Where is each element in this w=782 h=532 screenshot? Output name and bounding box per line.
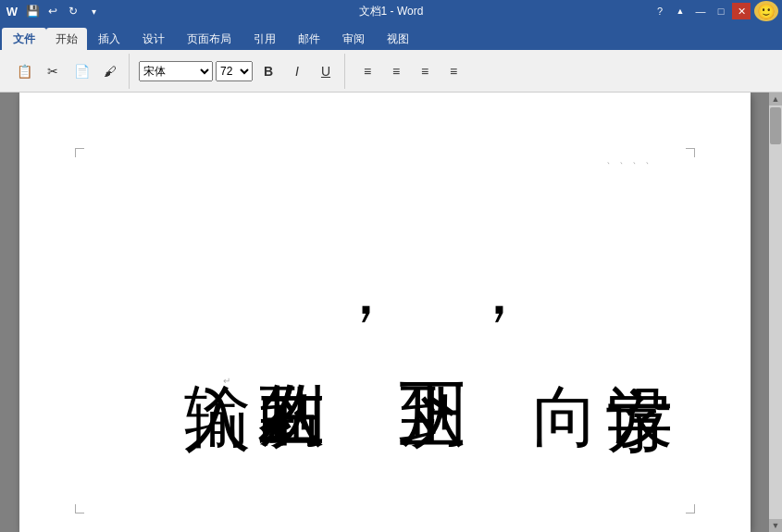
- toolbar-font-group: 宋体 72 B I U: [133, 54, 345, 89]
- tab-start[interactable]: 开始: [46, 28, 87, 50]
- paste-button[interactable]: 📋: [11, 58, 37, 84]
- page[interactable]: 、、、、 ↵ 设字方 向，从上到下， 从右到左的 输入: [19, 93, 751, 532]
- user-avatar[interactable]: 🙂: [754, 1, 778, 21]
- save-icon[interactable]: 💾: [24, 3, 41, 19]
- font-family-select[interactable]: 宋体: [139, 61, 213, 81]
- align-center-button[interactable]: ≡: [383, 58, 409, 84]
- tab-mail[interactable]: 邮件: [287, 28, 331, 50]
- bold-button[interactable]: B: [255, 58, 281, 84]
- titlebar: W 💾 ↩ ↻ ▾ 文档1 - Word ? ▲ — □ ✕ 🙂: [0, 0, 782, 22]
- corner-mark-tr: [686, 148, 695, 157]
- document-area: 、、、、 ↵ 设字方 向，从上到下， 从右到左的 输入 ▲ ▼: [0, 93, 782, 532]
- align-right-button[interactable]: ≡: [412, 58, 438, 84]
- text-column-1: 设字方: [602, 176, 676, 486]
- ribbon-toolbar: 📋 ✂ 📄 🖌 宋体 72 B I U ≡ ≡ ≡ ≡: [0, 50, 782, 93]
- scroll-up-arrow[interactable]: ▲: [769, 93, 782, 105]
- format-painter-button[interactable]: 🖌: [97, 58, 123, 84]
- text-content-area[interactable]: 设字方 向，从上到下， 从右到左的 输入: [19, 167, 695, 495]
- corner-mark-tl: [75, 148, 84, 157]
- word-icon: W: [4, 3, 20, 19]
- toolbar-clipboard-group: 📋 ✂ 📄 🖌: [6, 54, 130, 89]
- copy-button[interactable]: 📄: [68, 58, 94, 84]
- undo-icon[interactable]: ↩: [44, 3, 61, 19]
- tab-layout[interactable]: 页面布局: [176, 28, 242, 50]
- text-column-2: 向，从上到下，: [329, 176, 602, 486]
- redo-icon[interactable]: ↻: [65, 3, 81, 19]
- tab-design[interactable]: 设计: [131, 28, 176, 50]
- scroll-down-arrow[interactable]: ▼: [769, 519, 782, 532]
- helper-dots: 、、、、: [606, 153, 658, 167]
- corner-mark-bl: [75, 504, 84, 513]
- font-size-select[interactable]: 72: [216, 61, 253, 81]
- titlebar-left-icons: W 💾 ↩ ↻ ▾: [4, 3, 102, 19]
- underline-button[interactable]: U: [313, 58, 339, 84]
- tab-insert[interactable]: 插入: [87, 28, 131, 50]
- minimize-button[interactable]: —: [691, 3, 710, 19]
- scrollbar[interactable]: ▲ ▼: [769, 93, 782, 532]
- text-column-4: 输入: [180, 176, 254, 486]
- tab-review[interactable]: 审阅: [331, 28, 376, 50]
- align-left-button[interactable]: ≡: [354, 58, 380, 84]
- titlebar-title: 文档1 - Word: [359, 4, 424, 19]
- text-column-3: 从右到左的: [254, 176, 329, 486]
- vertical-columns: 设字方 向，从上到下， 从右到左的 输入: [180, 176, 676, 486]
- cut-button[interactable]: ✂: [40, 58, 66, 84]
- more-icon[interactable]: ▾: [85, 3, 102, 19]
- justify-button[interactable]: ≡: [441, 58, 466, 84]
- titlebar-controls: ? ▲ — □ ✕ 🙂: [651, 1, 778, 21]
- ribbon-collapse-button[interactable]: ▲: [671, 3, 689, 19]
- corner-mark-br: [686, 504, 695, 513]
- close-button[interactable]: ✕: [732, 3, 751, 19]
- scrollbar-thumb[interactable]: [770, 107, 781, 144]
- tab-references[interactable]: 引用: [242, 28, 287, 50]
- toolbar-paragraph-group: ≡ ≡ ≡ ≡: [349, 54, 472, 89]
- ribbon-tabs: 文件 开始 插入 设计 页面布局 引用 邮件 审阅 视图: [0, 22, 782, 50]
- italic-button[interactable]: I: [284, 58, 310, 84]
- tab-file[interactable]: 文件: [2, 28, 46, 50]
- help-button[interactable]: ?: [651, 3, 669, 19]
- tab-view[interactable]: 视图: [376, 28, 420, 50]
- maximize-button[interactable]: □: [712, 3, 730, 19]
